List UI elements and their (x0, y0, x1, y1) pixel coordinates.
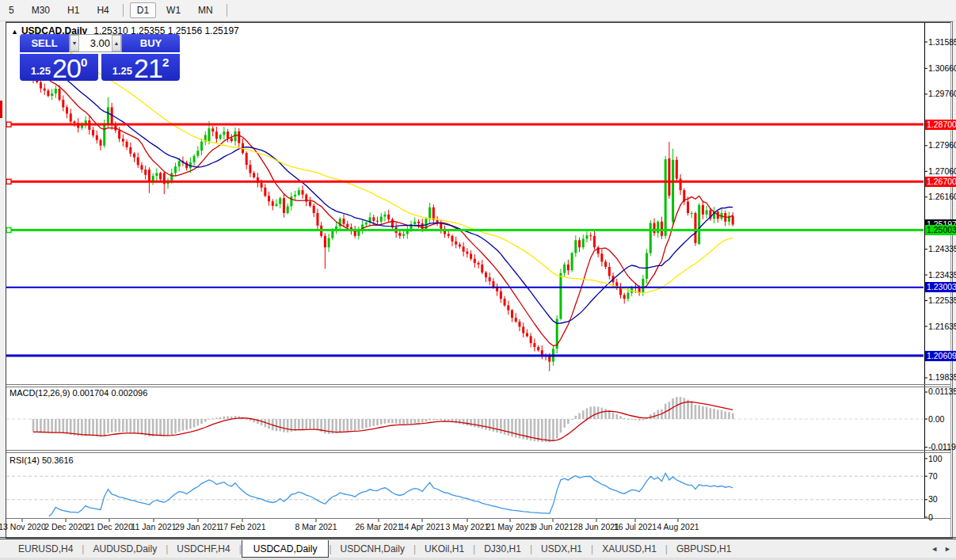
price-badge: 1.28700 (925, 120, 956, 130)
price-badge: 1.25003 (925, 225, 956, 235)
buy-price-base: 1.25 (112, 65, 132, 77)
price-tick: 1.31585 (928, 37, 955, 48)
chart-tab-eurusd-h4[interactable]: EURUSD,H4 (10, 541, 82, 557)
rsi-indicator-label: RSI(14) 50.3616 (10, 455, 74, 465)
one-click-trading-panel: SELL ▼ ▲ BUY 1.25 20 0 1.25 21 2 (20, 34, 180, 81)
macd-axis-tick: 0.01135 (928, 387, 955, 397)
chart-tab-ukoil-h1[interactable]: UKOil,H1 (416, 541, 473, 557)
chart-tabs-bar: EURUSD,H4|AUDUSD,Daily|USDCHF,H4|USDCAD,… (0, 539, 956, 558)
chart-tab-gbpusd-h1[interactable]: GBPUSD,H1 (668, 541, 740, 557)
price-chart-canvas[interactable] (0, 0, 956, 560)
price-badge: 1.20609 (925, 351, 956, 361)
sell-price-pips: 20 (52, 56, 81, 80)
chart-tab-audusd-daily[interactable]: AUDUSD,Daily (84, 541, 166, 557)
rsi-axis-tick: 30 (928, 494, 955, 505)
date-label: 17 Feb 2021 (214, 522, 271, 531)
price-badge: 1.26700 (925, 177, 956, 187)
volume-spinner: ▼ ▲ (69, 34, 122, 52)
volume-input[interactable] (79, 35, 112, 51)
price-tick: 1.21635 (928, 322, 955, 332)
macd-indicator-label: MACD(12,26,9) 0.001704 0.002096 (10, 388, 147, 398)
sell-price-base: 1.25 (31, 65, 51, 77)
price-tick: 1.27960 (928, 140, 955, 150)
buy-price-pips: 21 (134, 56, 162, 80)
chart-tab-usdx-h1[interactable]: USDX,H1 (532, 541, 591, 557)
collapse-arrow-icon[interactable]: ▲ (11, 28, 18, 36)
price-tick: 1.26160 (928, 192, 955, 202)
sell-price-display[interactable]: 1.25 20 0 (20, 54, 98, 81)
chart-tab-dj30-h1[interactable]: DJ30,H1 (475, 541, 530, 557)
sell-price-point: 0 (81, 55, 87, 69)
price-tick: 1.27060 (928, 166, 955, 177)
buy-button[interactable]: BUY (122, 34, 180, 52)
volume-decrease-button[interactable]: ▼ (70, 35, 79, 51)
tab-scroll-left-icon[interactable]: ◄ (931, 545, 938, 553)
macd-axis-tick: 0.00 (928, 414, 955, 425)
buy-price-point: 2 (162, 55, 169, 69)
chart-tab-usdcnh-daily[interactable]: USDCNH,Daily (332, 541, 413, 557)
price-tick: 1.29760 (928, 89, 955, 99)
date-label: 8 Mar 2021 (288, 522, 345, 531)
sell-button[interactable]: SELL (20, 34, 69, 52)
buy-price-display[interactable]: 1.25 21 2 (101, 54, 180, 81)
price-badge: 1.23003 (925, 282, 956, 292)
price-tick: 1.22535 (928, 295, 955, 306)
date-label: 4 Aug 2021 (649, 522, 707, 531)
rsi-axis-tick: 100 (928, 454, 955, 464)
price-tick: 1.23435 (928, 270, 955, 280)
rsi-axis-tick: 0 (928, 512, 955, 523)
price-tick: 1.19835 (928, 372, 955, 383)
macd-axis-tick: -0.01190 (928, 442, 955, 452)
tab-scroll-right-icon[interactable]: ► (944, 545, 951, 553)
chart-tab-usdcad-daily[interactable]: USDCAD,Daily (242, 540, 329, 558)
volume-increase-button[interactable]: ▲ (112, 35, 121, 51)
rsi-axis-tick: 70 (928, 471, 955, 482)
price-tick: 1.30660 (928, 63, 955, 74)
chart-tab-usdchf-h4[interactable]: USDCHF,H4 (168, 541, 238, 557)
chart-tab-xauusd-h1[interactable]: XAUUSD,H1 (593, 541, 665, 557)
price-tick: 1.24335 (928, 244, 955, 254)
